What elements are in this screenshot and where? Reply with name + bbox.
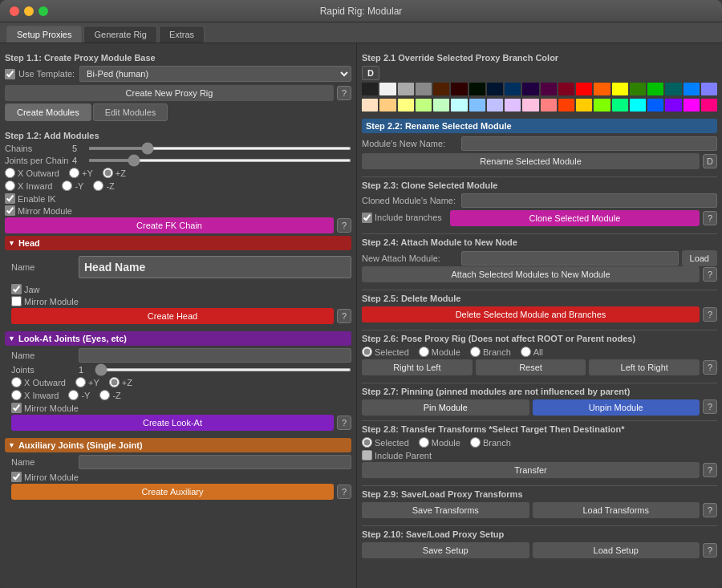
create-fk-question[interactable]: ? — [337, 218, 351, 233]
delete-question[interactable]: ? — [703, 307, 717, 322]
color-swatch[interactable] — [416, 83, 432, 95]
color-swatch[interactable] — [433, 99, 449, 112]
tab-edit-modules[interactable]: Edit Modules — [93, 103, 168, 121]
mirror-module-fk-checkbox[interactable] — [5, 205, 15, 216]
color-swatch[interactable] — [487, 83, 503, 95]
color-swatch[interactable] — [630, 83, 646, 95]
use-template-checkbox[interactable] — [5, 69, 15, 79]
color-swatch[interactable] — [416, 99, 432, 112]
setup-question[interactable]: ? — [703, 543, 717, 558]
clone-question[interactable]: ? — [703, 211, 717, 225]
minimize-button[interactable] — [24, 6, 34, 16]
color-swatch[interactable] — [541, 99, 557, 112]
plus-y-input[interactable] — [69, 168, 79, 178]
attach-input[interactable] — [461, 251, 679, 266]
d-button[interactable]: D — [362, 66, 379, 80]
transforms-question[interactable]: ? — [703, 503, 717, 517]
reset-btn[interactable]: Reset — [476, 359, 586, 375]
tab-create-modules[interactable]: Create Modules — [5, 103, 91, 121]
color-swatch[interactable] — [379, 83, 395, 95]
head-section-header[interactable]: ▼ Head — [5, 236, 351, 250]
color-swatch[interactable] — [576, 83, 592, 95]
create-lookat-question[interactable]: ? — [337, 416, 351, 430]
color-swatch[interactable] — [398, 99, 414, 112]
transfer-question[interactable]: ? — [703, 463, 717, 477]
save-setup-btn[interactable]: Save Setup — [362, 542, 529, 558]
right-to-left-btn[interactable]: Right to Left — [362, 359, 473, 375]
save-transforms-btn[interactable]: Save Transforms — [362, 502, 529, 518]
la-x-outward-input[interactable] — [11, 377, 22, 387]
tab-generate-rig[interactable]: Generate Rig — [83, 26, 156, 43]
pose-question[interactable]: ? — [703, 360, 717, 375]
create-proxy-question[interactable]: ? — [337, 86, 351, 100]
create-head-btn[interactable]: Create Head — [11, 308, 334, 324]
template-select[interactable]: Bi-Ped (human) — [79, 66, 351, 82]
create-aux-question[interactable]: ? — [337, 485, 351, 499]
rename-question[interactable]: D — [703, 154, 717, 168]
pose-selected-input[interactable] — [362, 347, 372, 357]
color-swatch[interactable] — [594, 99, 610, 112]
color-swatch[interactable] — [701, 83, 717, 95]
transfer-selected-input[interactable] — [362, 437, 372, 448]
rename-btn[interactable]: Rename Selected Module — [362, 153, 700, 169]
la-plus-y-input[interactable] — [75, 377, 86, 387]
color-swatch[interactable] — [558, 99, 574, 112]
color-swatch[interactable] — [612, 99, 628, 112]
color-swatch[interactable] — [451, 99, 467, 112]
create-proxy-btn[interactable]: Create New Proxy Rig — [5, 85, 334, 101]
tab-setup-proxies[interactable]: Setup Proxies — [6, 26, 82, 43]
close-button[interactable] — [10, 6, 19, 16]
color-swatch[interactable] — [522, 83, 538, 95]
include-branches-checkbox[interactable] — [362, 213, 372, 223]
color-swatch[interactable] — [683, 99, 700, 112]
color-swatch[interactable] — [522, 99, 538, 112]
aux-section-header[interactable]: ▼ Auxiliary Joints (Single Joint) — [5, 438, 351, 452]
tab-extras[interactable]: Extras — [159, 26, 205, 43]
delete-btn[interactable]: Delete Selected Module and Branches — [362, 306, 700, 322]
color-swatch[interactable] — [701, 99, 717, 112]
color-swatch[interactable] — [362, 83, 378, 95]
unpin-btn[interactable]: Unpin Module — [533, 399, 700, 416]
module-new-name-input[interactable] — [461, 136, 717, 151]
la-minus-z-input[interactable] — [99, 390, 110, 400]
color-swatch[interactable] — [469, 83, 485, 95]
create-head-question[interactable]: ? — [337, 309, 351, 323]
enable-ik-checkbox[interactable] — [5, 193, 15, 204]
minus-z-input[interactable] — [93, 180, 103, 191]
color-swatch[interactable] — [505, 83, 521, 95]
color-swatch[interactable] — [505, 99, 521, 112]
color-swatch[interactable] — [647, 83, 663, 95]
la-plus-z-input[interactable] — [109, 377, 120, 387]
transfer-btn[interactable]: Transfer — [362, 462, 700, 478]
aux-name-input[interactable] — [79, 455, 351, 469]
color-swatch[interactable] — [594, 83, 610, 95]
lookat-section-header[interactable]: ▼ Look-At Joints (Eyes, etc) — [5, 331, 351, 346]
create-lookat-btn[interactable]: Create Look-At — [11, 415, 334, 431]
color-swatch[interactable] — [362, 99, 378, 112]
include-parent-checkbox[interactable] — [362, 450, 372, 460]
chains-slider[interactable] — [88, 147, 351, 150]
plus-z-input[interactable] — [103, 168, 113, 178]
la-minus-y-input[interactable] — [68, 390, 79, 400]
load-setup-btn[interactable]: Load Setup — [533, 542, 700, 558]
color-swatch[interactable] — [630, 99, 646, 112]
color-swatch[interactable] — [665, 99, 681, 112]
pose-module-input[interactable] — [419, 347, 429, 357]
lookat-slider[interactable] — [95, 368, 351, 371]
lookat-name-input[interactable] — [79, 348, 351, 363]
color-swatch[interactable] — [451, 83, 467, 95]
color-swatch[interactable] — [398, 83, 414, 95]
create-aux-btn[interactable]: Create Auxiliary — [11, 484, 334, 500]
color-swatch[interactable] — [612, 83, 628, 95]
attach-btn[interactable]: Attach Selected Modules to New Module — [362, 266, 700, 282]
joints-slider[interactable] — [88, 159, 351, 162]
pin-btn[interactable]: Pin Module — [362, 399, 529, 416]
clone-name-input[interactable] — [461, 193, 717, 208]
color-swatch[interactable] — [469, 99, 485, 112]
color-swatch[interactable] — [665, 83, 681, 95]
aux-mirror-checkbox[interactable] — [11, 472, 22, 482]
color-swatch[interactable] — [379, 99, 395, 112]
attach-question[interactable]: ? — [703, 267, 717, 282]
color-swatch[interactable] — [433, 83, 449, 95]
x-inward-input[interactable] — [5, 180, 15, 191]
